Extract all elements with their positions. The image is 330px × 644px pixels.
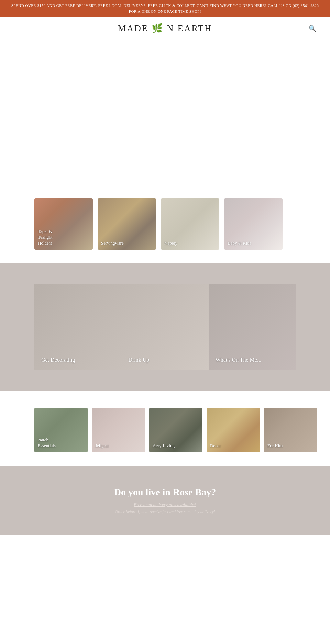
category-card-serving[interactable]: Servingware xyxy=(98,198,156,250)
category-label-napery: Napery xyxy=(164,240,177,246)
brand-card-natch[interactable]: Natch Essentials xyxy=(34,408,88,452)
brand-card-jellycat[interactable]: Jellycat xyxy=(92,408,145,452)
category-card-baby[interactable]: Baby & Kids xyxy=(224,198,283,250)
brands-section: Natch EssentialsJellycatAery LivingDecor… xyxy=(0,391,330,466)
search-button[interactable]: 🔍 xyxy=(309,25,316,32)
brand-label-aery: Aery Living xyxy=(153,443,175,449)
category-section: Taper & Tealight HoldersServingwareNaper… xyxy=(0,198,330,250)
collections-grid: Get DecoratingDrink UpWhat's On The Me..… xyxy=(34,284,296,370)
logo-icon: 🌿 xyxy=(152,23,164,33)
announcement-text: SPEND OVER $150 AND GET FREE DELIVERY. F… xyxy=(11,3,319,13)
collection-card-menu[interactable]: What's On The Me... xyxy=(209,284,296,370)
brand-card-forhim[interactable]: For Him xyxy=(264,408,317,452)
site-logo[interactable]: MADE 🌿 N EARTH xyxy=(118,23,212,34)
rose-bay-detail: Order before 1pm to receive fast and fre… xyxy=(14,509,316,515)
category-card-napery[interactable]: Napery xyxy=(161,198,219,250)
brand-label-decor: Decor xyxy=(210,443,221,449)
rose-bay-subtitle: Free local delivery now available* xyxy=(14,502,316,507)
collection-card-decorating[interactable]: Get Decorating xyxy=(34,284,121,370)
collection-label-menu: What's On The Me... xyxy=(216,357,261,363)
brand-card-decor[interactable]: Decor xyxy=(207,408,260,452)
category-card-taper[interactable]: Taper & Tealight Holders xyxy=(34,198,93,250)
category-label-serving: Servingware xyxy=(101,240,124,246)
hero-area xyxy=(0,40,330,198)
brand-label-jellycat: Jellycat xyxy=(95,443,109,449)
brand-card-aery[interactable]: Aery Living xyxy=(149,408,202,452)
collection-card-drink[interactable]: Drink Up xyxy=(121,284,208,370)
category-label-baby: Baby & Kids xyxy=(228,240,251,246)
collection-label-drink: Drink Up xyxy=(128,357,149,363)
brand-label-natch: Natch Essentials xyxy=(38,437,56,449)
category-grid: Taper & Tealight HoldersServingwareNaper… xyxy=(34,198,296,250)
announcement-bar: SPEND OVER $150 AND GET FREE DELIVERY. F… xyxy=(0,0,330,17)
brand-label-forhim: For Him xyxy=(267,443,283,449)
collections-section: Get DecoratingDrink UpWhat's On The Me..… xyxy=(0,263,330,391)
header: MADE 🌿 N EARTH 🔍 xyxy=(0,17,330,40)
rose-bay-section: Do you live in Rose Bay? Free local deli… xyxy=(0,466,330,535)
rose-bay-heading: Do you live in Rose Bay? xyxy=(14,487,316,498)
brands-grid: Natch EssentialsJellycatAery LivingDecor… xyxy=(34,408,296,452)
search-icon: 🔍 xyxy=(309,25,316,32)
collection-label-decorating: Get Decorating xyxy=(41,357,75,363)
category-label-taper: Taper & Tealight Holders xyxy=(38,229,53,246)
